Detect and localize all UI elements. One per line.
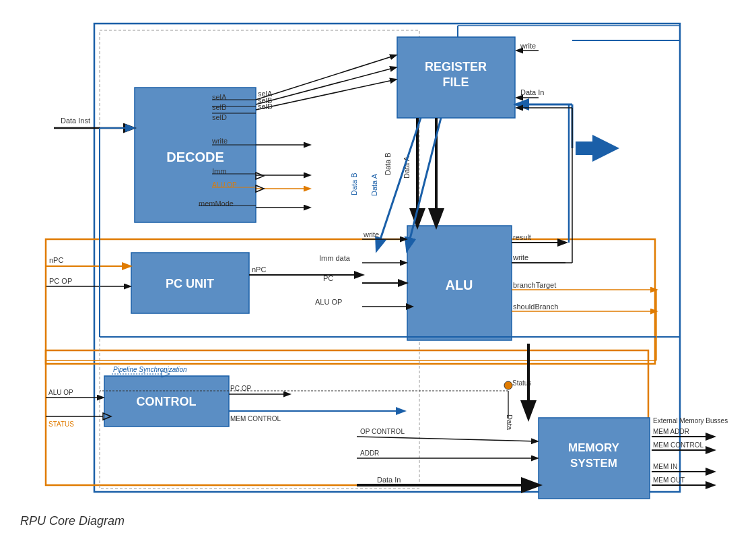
svg-text:PC UNIT: PC UNIT [166,277,214,290]
diagram-container: DECODE REGISTER FILE ALU PC UNIT CONTROL… [0,0,756,512]
svg-marker-120 [256,172,264,179]
svg-text:External Memory Busses: External Memory Busses [653,417,728,424]
svg-text:DECODE: DECODE [166,150,224,164]
svg-text:branchTarget: branchTarget [513,281,556,289]
svg-text:Data In: Data In [520,88,544,96]
svg-line-97 [357,437,537,441]
svg-text:OP CONTROL: OP CONTROL [360,428,405,435]
svg-text:REGISTER: REGISTER [425,60,487,73]
svg-text:Data B: Data B [350,172,358,195]
svg-line-23 [256,67,396,104]
svg-text:ALU OP: ALU OP [48,389,73,396]
svg-text:nPC: nPC [49,256,63,264]
svg-line-25 [256,80,396,110]
svg-text:write: write [211,137,228,145]
svg-text:write: write [512,253,528,261]
svg-text:MEMORY: MEMORY [568,441,620,454]
svg-point-94 [504,381,512,389]
svg-text:Data Inst: Data Inst [61,117,90,125]
svg-text:memMode: memMode [199,199,234,208]
svg-text:result: result [513,233,531,241]
svg-text:Data B: Data B [384,152,392,175]
svg-text:Data In: Data In [377,476,401,484]
svg-text:MEM IN: MEM IN [653,463,677,470]
svg-text:PC OP: PC OP [49,277,72,285]
svg-text:ALU OP: ALU OP [315,298,342,306]
svg-text:shouldBranch: shouldBranch [513,303,558,311]
svg-marker-18 [576,135,619,162]
svg-text:Pipeline Synchronization: Pipeline Synchronization [113,366,187,373]
svg-text:STATUS: STATUS [48,420,74,428]
svg-text:nPC: nPC [252,265,266,274]
svg-text:ALU: ALU [445,278,473,292]
svg-text:MEM CONTROL: MEM CONTROL [230,415,281,422]
svg-text:MEM OUT: MEM OUT [653,476,685,484]
svg-text:ADDR: ADDR [360,449,379,457]
svg-text:FILE: FILE [443,75,469,89]
svg-text:write: write [520,42,536,50]
svg-text:CONTROL: CONTROL [137,395,197,408]
svg-line-21 [256,55,396,100]
diagram-caption: RPU Core Diagram [20,514,125,528]
svg-text:MEM CONTROL: MEM CONTROL [653,441,703,449]
svg-text:write: write [363,230,379,239]
svg-text:selD: selD [212,113,227,121]
svg-text:selB: selB [212,103,226,111]
svg-text:Data A: Data A [370,173,378,196]
svg-text:SYSTEM: SYSTEM [570,457,617,470]
svg-text:Data: Data [506,414,514,431]
svg-text:MEM ADDR: MEM ADDR [653,428,689,435]
svg-text:Imm data: Imm data [319,254,351,262]
diagram-svg: DECODE REGISTER FILE ALU PC UNIT CONTROL… [0,0,756,512]
svg-text:selD: selD [258,102,273,111]
